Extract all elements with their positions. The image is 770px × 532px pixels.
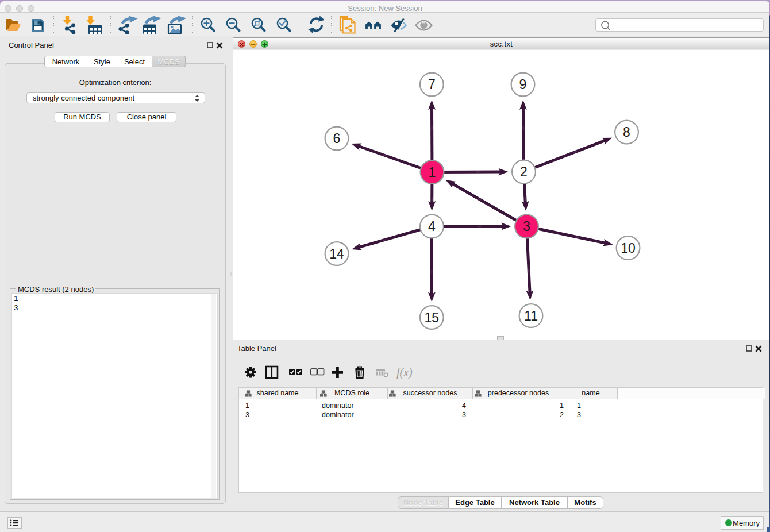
- svg-text:2: 2: [520, 164, 528, 179]
- svg-text:f(x): f(x): [396, 366, 413, 379]
- svg-text:11: 11: [524, 309, 538, 323]
- svg-text:6: 6: [333, 131, 341, 146]
- svg-text:4: 4: [428, 219, 436, 234]
- svg-text:15: 15: [425, 310, 440, 325]
- svg-text:8: 8: [623, 125, 630, 140]
- svg-text:14: 14: [329, 246, 344, 261]
- svg-text:10: 10: [621, 241, 636, 256]
- svg-text:3: 3: [523, 219, 530, 234]
- svg-text:9: 9: [519, 77, 527, 92]
- svg-text:1: 1: [429, 165, 436, 180]
- svg-text:7: 7: [428, 77, 436, 92]
